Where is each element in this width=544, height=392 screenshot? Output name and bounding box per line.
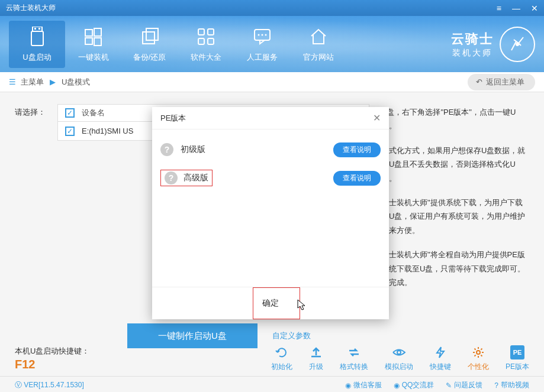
breadcrumb-current: U盘模式 — [62, 77, 90, 88]
ft-shortcut[interactable]: 快捷键 — [430, 345, 451, 372]
checkbox-all[interactable]: ✓ — [65, 108, 75, 118]
create-usb-button[interactable]: 一键制作启动U盘 — [127, 323, 257, 348]
brand-logo-icon — [500, 27, 535, 62]
tool-label: 人工服务 — [247, 52, 278, 63]
status-help[interactable]: ?帮助视频 — [494, 380, 529, 390]
svg-point-19 — [397, 351, 401, 354]
backup-icon — [139, 26, 160, 47]
svg-point-20 — [477, 351, 480, 354]
chat-icon — [252, 26, 273, 47]
breadcrumb-root[interactable]: 主菜单 — [21, 77, 44, 88]
window-controls: ≡ — ✕ — [497, 4, 538, 13]
help-icon: ? — [494, 381, 498, 390]
title-bar: 云骑士装机大师 ≡ — ✕ — [0, 0, 544, 16]
version-info[interactable]: Ⓥ VER[11.5.47.1530] — [15, 380, 84, 390]
tool-label: 备份/还原 — [133, 52, 166, 63]
app-title: 云骑士装机大师 — [6, 3, 56, 13]
pe-option-label: 初级版 — [181, 144, 205, 155]
svg-rect-10 — [198, 29, 204, 35]
close-icon[interactable]: ✕ — [531, 4, 538, 13]
svg-rect-11 — [208, 29, 214, 35]
instruction-line: U盘，右下角选择"PE版本"，点击一键U盘。 — [381, 105, 529, 133]
usb-icon — [27, 26, 48, 47]
ft-personalize[interactable]: 个性化 — [468, 345, 489, 372]
svg-point-17 — [265, 34, 266, 35]
custom-params-link[interactable]: 自定义参数 — [272, 331, 311, 341]
brand-sub: 装机大师 — [452, 48, 493, 59]
ft-simulate[interactable]: 模拟启动 — [385, 345, 413, 372]
view-desc-button[interactable]: 查看说明 — [333, 142, 381, 157]
back-main-button[interactable]: ↶ 返回主菜单 — [468, 74, 535, 90]
tool-label: U盘启动 — [22, 52, 51, 63]
hotkey-value: F12 — [15, 358, 89, 371]
device-name: E:(hd1)SMI US — [82, 127, 133, 135]
select-label: 请选择： — [15, 104, 46, 118]
pe-version-dialog: PE版本 ✕ ? 初级版 查看说明 ? 高级版 查看说明 确定 — [152, 107, 389, 319]
tool-usb-boot[interactable]: U盘启动 — [9, 21, 65, 68]
back-label: 返回主菜单 — [486, 77, 524, 88]
dialog-close-icon[interactable]: ✕ — [373, 112, 381, 124]
tool-one-key[interactable]: 一键装机 — [65, 21, 121, 68]
ok-button[interactable]: 确定 — [250, 293, 291, 313]
svg-rect-3 — [38, 28, 40, 30]
question-icon: ? — [160, 143, 173, 156]
home-icon — [308, 26, 329, 47]
svg-rect-1 — [31, 31, 43, 46]
question-icon: ? — [165, 171, 178, 184]
ft-pe-version[interactable]: PEPE版本 — [506, 345, 529, 372]
undo-icon: ↶ — [476, 77, 482, 86]
chevron-right-icon: ▶ — [50, 77, 56, 86]
tool-service[interactable]: 人工服务 — [234, 21, 290, 68]
tool-software[interactable]: 软件大全 — [178, 21, 234, 68]
tool-backup[interactable]: 备份/还原 — [121, 21, 178, 68]
svg-rect-13 — [208, 38, 214, 44]
col-device-name: 设备名 — [82, 108, 105, 118]
svg-point-18 — [516, 43, 519, 46]
svg-rect-2 — [34, 28, 36, 30]
status-qq[interactable]: ◉QQ交流群 — [394, 380, 434, 390]
pe-option-advanced[interactable]: ? 高级版 查看说明 — [160, 164, 381, 192]
view-desc-button[interactable]: 查看说明 — [333, 171, 381, 186]
windows-icon — [83, 26, 104, 47]
list-icon: ☰ — [9, 77, 16, 86]
dialog-header: PE版本 ✕ — [152, 107, 389, 129]
tool-label: 一键装机 — [78, 52, 109, 63]
ft-init[interactable]: 初始化 — [271, 345, 292, 372]
status-feedback[interactable]: ✎问题反馈 — [446, 380, 482, 390]
svg-rect-0 — [33, 27, 42, 31]
svg-point-15 — [257, 34, 259, 35]
pe-option-basic[interactable]: ? 初级版 查看说明 — [160, 135, 381, 164]
status-wechat[interactable]: ◉微信客服 — [345, 380, 382, 390]
svg-rect-5 — [94, 28, 101, 36]
dialog-title: PE版本 — [160, 113, 186, 124]
selected-highlight: ? 高级版 — [160, 170, 213, 186]
status-bar: Ⓥ VER[11.5.47.1530] ◉微信客服 ◉QQ交流群 ✎问题反馈 ?… — [0, 376, 544, 392]
dialog-footer: 确定 — [152, 287, 389, 319]
hotkey-info: 本机U盘启动快捷键： F12 — [15, 346, 89, 371]
instruction-line: 格式化方式，如果用户想保存U盘数据，就化U盘且不丢失数据，否则选择格式化U盘。 — [381, 144, 529, 185]
main-toolbar: U盘启动 一键装机 备份/还原 软件大全 人工服务 官方网站 云骑士 装机大师 — [0, 16, 544, 72]
breadcrumb: ☰ 主菜单 ▶ U盘模式 ↶ 返回主菜单 — [0, 72, 544, 92]
tool-website[interactable]: 官方网站 — [290, 21, 346, 68]
minimize-icon[interactable]: — — [512, 4, 520, 13]
svg-rect-12 — [198, 38, 204, 44]
svg-rect-8 — [143, 32, 154, 44]
svg-point-16 — [261, 34, 263, 35]
ft-upgrade[interactable]: 升级 — [309, 345, 323, 372]
cursor-icon — [297, 299, 307, 311]
svg-rect-7 — [94, 38, 101, 46]
apps-icon — [195, 26, 217, 47]
brand: 云骑士 装机大师 — [451, 27, 535, 62]
ft-format[interactable]: 格式转换 — [340, 345, 368, 372]
checkbox-device[interactable]: ✓ — [65, 127, 75, 136]
instruction-line: 骑士装机大师"提供系统下载，为用户下载至U盘，保证用户有系统可装，为用户维护带来… — [381, 196, 529, 237]
brand-main: 云骑士 — [451, 30, 494, 48]
tool-label: 软件大全 — [191, 52, 221, 63]
qq-icon: ◉ — [394, 381, 400, 390]
svg-rect-4 — [85, 30, 92, 36]
instructions: U盘，右下角选择"PE版本"，点击一键U盘。 格式化方式，如果用户想保存U盘数据… — [381, 104, 529, 300]
feedback-icon: ✎ — [446, 381, 452, 390]
menu-icon[interactable]: ≡ — [497, 4, 501, 13]
tool-label: 官方网站 — [303, 52, 334, 63]
svg-rect-9 — [146, 28, 158, 40]
